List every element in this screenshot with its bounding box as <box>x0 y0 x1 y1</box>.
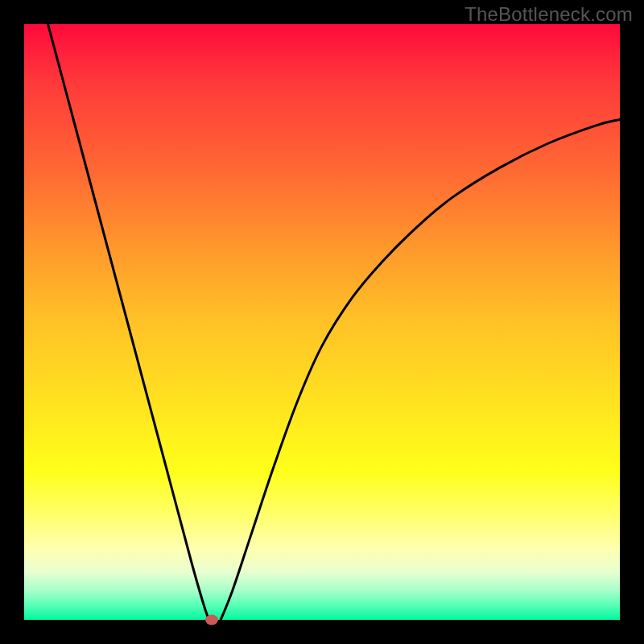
curve-svg <box>24 24 620 620</box>
plot-area <box>24 24 620 620</box>
bottleneck-curve-left <box>48 24 209 620</box>
bottleneck-curve-right <box>221 119 620 620</box>
chart-container: TheBottleneck.com <box>0 0 644 644</box>
watermark-label: TheBottleneck.com <box>464 3 633 26</box>
minimum-marker <box>205 615 218 625</box>
